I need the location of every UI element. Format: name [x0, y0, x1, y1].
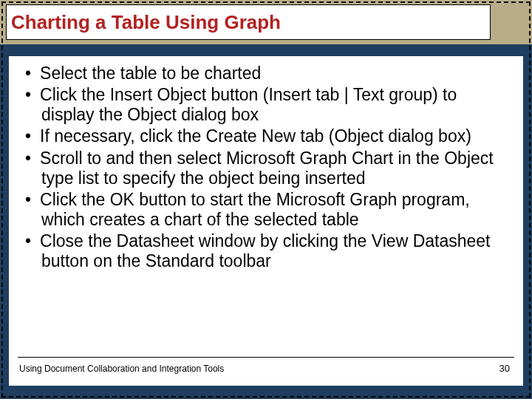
list-item: Scroll to and then select Microsoft Grap… — [25, 149, 507, 188]
title-box: Charting a Table Using Graph — [6, 4, 491, 40]
bullet-list: Select the table to be charted Click the… — [9, 56, 523, 271]
list-item: Close the Datasheet window by clicking t… — [25, 231, 507, 271]
slide-title: Charting a Table Using Graph — [11, 11, 281, 34]
list-item: Click the Insert Object button (Insert t… — [25, 85, 507, 125]
list-item: If necessary, click the Create New tab (… — [25, 126, 507, 146]
slide: Charting a Table Using Graph Select the … — [0, 0, 532, 399]
footer-text: Using Document Collaboration and Integra… — [19, 364, 224, 374]
footer-divider — [18, 357, 514, 358]
list-item: Click the OK button to start the Microso… — [25, 190, 507, 230]
page-number: 30 — [499, 363, 510, 374]
content-box: Select the table to be charted Click the… — [9, 56, 523, 386]
list-item: Select the table to be charted — [25, 64, 507, 83]
